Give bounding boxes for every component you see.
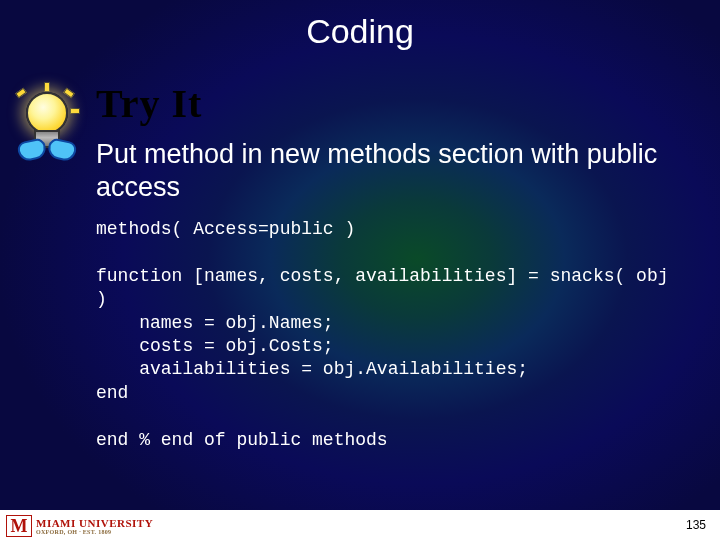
lightbulb-hands-icon — [12, 86, 84, 168]
slide-title: Coding — [0, 12, 720, 51]
logo-name: MIAMI UNIVERSITY — [36, 517, 153, 529]
code-block: methods( Access=public ) function [names… — [96, 218, 700, 452]
logo-mark: M — [6, 515, 32, 537]
page-number: 135 — [686, 518, 706, 532]
university-logo: M MIAMI UNIVERSITY OXFORD, OH · EST. 180… — [6, 515, 153, 537]
footer-bar: M MIAMI UNIVERSITY OXFORD, OH · EST. 180… — [0, 510, 720, 540]
instruction-text: Put method in new methods section with p… — [96, 138, 690, 204]
logo-subtitle: OXFORD, OH · EST. 1809 — [36, 529, 153, 535]
try-it-heading: Try It — [96, 80, 202, 127]
